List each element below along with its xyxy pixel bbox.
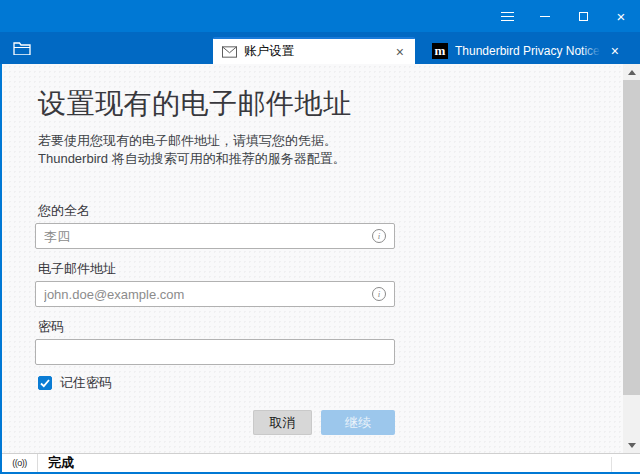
tab-privacy-notice[interactable]: m Thunderbird Privacy Notice — M × (424, 37, 628, 64)
tab-close-icon[interactable]: × (608, 42, 622, 60)
tab-privacy-notice-label: Thunderbird Privacy Notice — M (455, 44, 603, 58)
checkmark-icon (40, 379, 50, 388)
password-label: 密码 (38, 319, 640, 335)
tab-account-setup-label: 账户设置 (244, 43, 294, 60)
remember-password-label: 记住密码 (60, 374, 112, 392)
broadcast-icon: ((o)) (12, 458, 27, 468)
chevron-up-icon (628, 70, 636, 75)
close-icon: × (617, 9, 626, 24)
tab-label-fade (582, 42, 604, 60)
status-text: 完成 (48, 454, 74, 472)
intro-line-2: Thunderbird 将自动搜索可用的和推荐的服务器配置。 (38, 150, 640, 168)
vertical-scrollbar[interactable] (623, 64, 640, 453)
info-icon[interactable]: i (372, 229, 386, 243)
close-window-button[interactable]: × (602, 0, 640, 32)
email-input[interactable] (35, 281, 395, 307)
scroll-up-button[interactable] (623, 64, 640, 80)
chevron-down-icon (628, 443, 636, 448)
mozilla-favicon-icon: m (432, 43, 448, 59)
email-label: 电子邮件地址 (38, 261, 640, 277)
maximize-icon (579, 12, 588, 21)
intro-line-1: 若要使用您现有的电子邮件地址，请填写您的凭据。 (38, 132, 640, 150)
folder-pane-button[interactable] (13, 41, 31, 59)
titlebar: × (0, 0, 640, 32)
page-title: 设置现有的电子邮件地址 (38, 86, 640, 122)
minimize-button[interactable] (526, 0, 564, 32)
maximize-button[interactable] (564, 0, 602, 32)
app-menu-button[interactable] (488, 0, 526, 32)
remember-password-checkbox[interactable] (38, 376, 52, 390)
account-setup-pane: 设置现有的电子邮件地址 若要使用您现有的电子邮件地址，请填写您的凭据。 Thun… (2, 64, 640, 453)
remember-password-row[interactable]: 记住密码 (38, 374, 640, 392)
folder-icon (13, 41, 31, 55)
hamburger-icon (501, 12, 514, 21)
account-form: 您的全名 i 电子邮件地址 i 密码 (35, 203, 640, 453)
thunderbird-window: × 账户设置 × m Thunderbird Privacy Notice — … (0, 0, 640, 474)
tab-close-icon[interactable]: × (393, 43, 407, 61)
tab-strip: 账户设置 × m Thunderbird Privacy Notice — M … (0, 32, 640, 64)
scrollbar-thumb[interactable] (623, 80, 640, 395)
statusbar-grip-separator (611, 457, 612, 472)
button-row: 取消 继续 (35, 410, 395, 435)
cancel-button[interactable]: 取消 (253, 410, 312, 435)
continue-button[interactable]: 继续 (321, 410, 395, 435)
minimize-icon (540, 16, 550, 17)
fullname-label: 您的全名 (38, 203, 640, 219)
tab-account-setup[interactable]: 账户设置 × (213, 37, 415, 64)
info-icon[interactable]: i (372, 287, 386, 301)
online-status-button[interactable]: ((o)) (2, 454, 38, 472)
status-bar: ((o)) 完成 (2, 453, 640, 472)
password-input[interactable] (35, 339, 395, 365)
scroll-down-button[interactable] (623, 437, 640, 453)
fullname-input[interactable] (35, 223, 395, 249)
mail-envelope-icon (222, 46, 237, 58)
